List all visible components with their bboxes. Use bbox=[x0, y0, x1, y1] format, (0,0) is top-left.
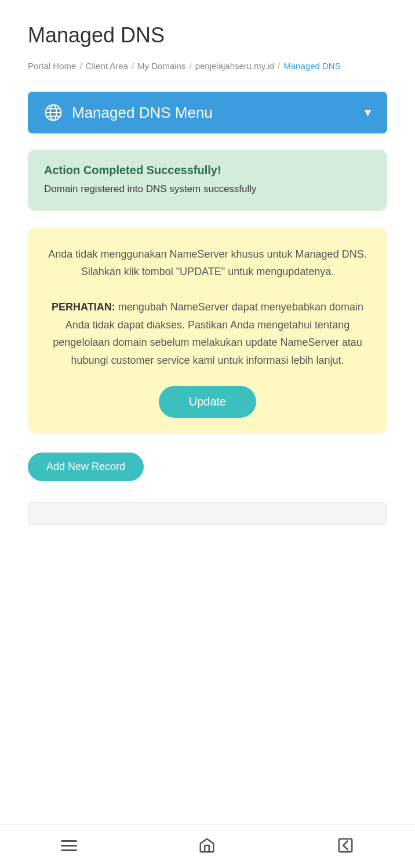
breadcrumb-sep-4: / bbox=[278, 59, 280, 73]
breadcrumb-my-domains[interactable]: My Domains bbox=[137, 59, 185, 73]
hamburger-line-1 bbox=[61, 840, 77, 842]
success-box: Action Completed Successfully! Domain re… bbox=[28, 150, 387, 211]
warning-text: Anda tidak menggunakan NameServer khusus… bbox=[44, 245, 371, 370]
menu-nav-button[interactable] bbox=[61, 840, 77, 851]
svg-rect-5 bbox=[339, 839, 352, 852]
dns-menu-label: Managed DNS Menu bbox=[72, 104, 213, 122]
update-button[interactable]: Update bbox=[159, 386, 257, 418]
page-container: Managed DNS Portal Home / Client Area / … bbox=[0, 0, 415, 868]
breadcrumb: Portal Home / Client Area / My Domains /… bbox=[28, 59, 387, 73]
breadcrumb-client-area[interactable]: Client Area bbox=[86, 59, 128, 73]
warning-text-1: Anda tidak menggunakan NameServer khusus… bbox=[48, 248, 366, 278]
hamburger-line-3 bbox=[61, 849, 77, 851]
page-title: Managed DNS bbox=[28, 23, 387, 48]
back-icon bbox=[337, 837, 354, 854]
warning-box: Anda tidak menggunakan NameServer khusus… bbox=[28, 227, 387, 434]
breadcrumb-sep-3: / bbox=[189, 59, 191, 73]
breadcrumb-sep-2: / bbox=[132, 59, 134, 73]
content-area: Managed DNS Portal Home / Client Area / … bbox=[0, 0, 415, 824]
back-nav-button[interactable] bbox=[337, 837, 354, 854]
home-nav-button[interactable] bbox=[198, 837, 216, 854]
hamburger-line-2 bbox=[61, 845, 77, 847]
globe-icon bbox=[44, 103, 63, 122]
success-title: Action Completed Successfully! bbox=[44, 164, 371, 177]
add-record-button[interactable]: Add New Record bbox=[28, 453, 144, 481]
dns-menu-button[interactable]: Managed DNS Menu ▾ bbox=[28, 92, 387, 133]
home-icon bbox=[198, 837, 216, 854]
breadcrumb-portal-home[interactable]: Portal Home bbox=[28, 59, 76, 73]
success-message: Domain registered into DNS system succes… bbox=[44, 182, 371, 197]
breadcrumb-managed-dns: Managed DNS bbox=[283, 59, 340, 73]
breadcrumb-domain[interactable]: penjelajahseru.my.id bbox=[195, 59, 274, 73]
chevron-down-icon: ▾ bbox=[365, 105, 371, 120]
table-hint bbox=[28, 502, 387, 525]
breadcrumb-sep-1: / bbox=[79, 59, 82, 73]
bottom-navigation bbox=[0, 824, 415, 868]
warning-bold: PERHATIAN: bbox=[52, 301, 115, 313]
